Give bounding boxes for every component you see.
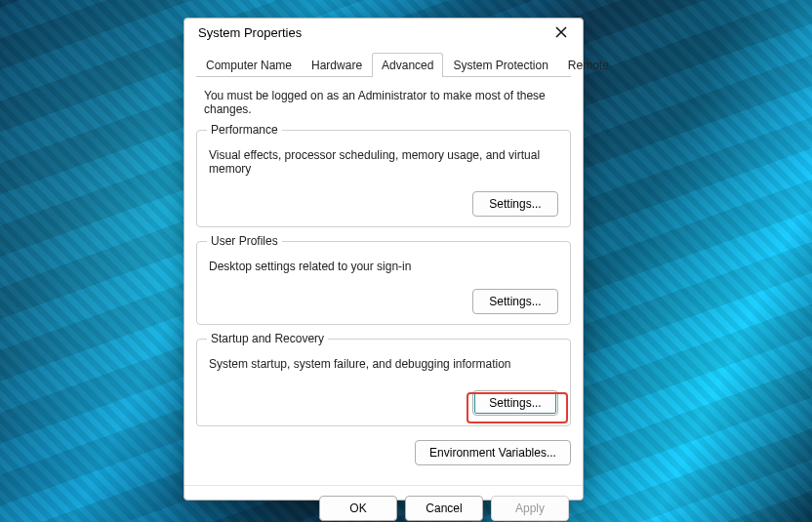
system-properties-dialog: System Properties Computer Name Hardware… (183, 18, 584, 501)
group-desc-startup-recovery: System startup, system failure, and debu… (209, 357, 558, 371)
close-icon (555, 26, 567, 38)
apply-button: Apply (491, 496, 569, 521)
dialog-title: System Properties (198, 25, 302, 40)
tab-advanced[interactable]: Advanced (372, 53, 443, 77)
cancel-button[interactable]: Cancel (405, 496, 483, 521)
dialog-button-row: OK Cancel Apply (184, 485, 583, 522)
group-performance: Performance Visual effects, processor sc… (196, 130, 571, 227)
startup-recovery-settings-button[interactable]: Settings... (472, 390, 558, 416)
admin-message: You must be logged on as an Administrato… (204, 89, 571, 116)
tab-remote[interactable]: Remote (558, 53, 619, 77)
tab-strip: Computer Name Hardware Advanced System P… (196, 52, 571, 77)
performance-settings-button[interactable]: Settings... (472, 191, 558, 217)
group-desc-performance: Visual effects, processor scheduling, me… (209, 148, 558, 176)
tab-system-protection[interactable]: System Protection (443, 53, 557, 77)
group-title-user-profiles: User Profiles (207, 234, 282, 248)
close-button[interactable] (548, 19, 575, 46)
group-title-startup-recovery: Startup and Recovery (207, 332, 328, 345)
group-user-profiles: User Profiles Desktop settings related t… (196, 241, 571, 325)
group-desc-user-profiles: Desktop settings related to your sign-in (209, 260, 558, 273)
group-title-performance: Performance (207, 123, 282, 137)
tab-panel-advanced: You must be logged on as an Administrato… (184, 77, 583, 485)
tab-hardware[interactable]: Hardware (302, 53, 372, 77)
user-profiles-settings-button[interactable]: Settings... (472, 289, 558, 314)
environment-variables-button[interactable]: Environment Variables... (415, 440, 571, 465)
ok-button[interactable]: OK (319, 496, 397, 521)
group-startup-recovery: Startup and Recovery System startup, sys… (196, 339, 571, 426)
tab-computer-name[interactable]: Computer Name (196, 53, 302, 77)
titlebar: System Properties (184, 19, 583, 46)
